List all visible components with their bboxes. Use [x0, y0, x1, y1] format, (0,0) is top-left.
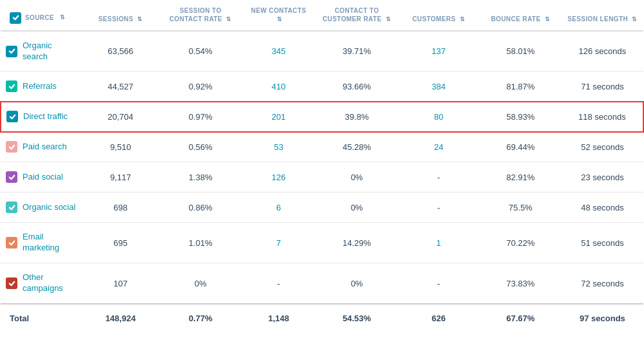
- bounce-rate-sort-icon[interactable]: ⇅: [545, 16, 550, 24]
- bounce-rate-value: 69.44%: [480, 132, 562, 162]
- table-header-row: SOURCE ⇅ SESSIONS ⇅ SESSION TO CONTACT R…: [1, 0, 643, 31]
- analytics-table: SOURCE ⇅ SESSIONS ⇅ SESSION TO CONTACT R…: [0, 0, 644, 332]
- new-contacts-value[interactable]: 410: [242, 71, 316, 102]
- session-contact-rate-value: 0%: [160, 263, 242, 304]
- header-customers[interactable]: CUSTOMERS ⇅: [398, 0, 480, 31]
- session-length-value: 118 seconds: [562, 102, 643, 132]
- header-sessions[interactable]: SESSIONS ⇅: [81, 0, 159, 31]
- sessions-value: 107: [81, 263, 159, 304]
- customers-value[interactable]: 80: [398, 102, 480, 132]
- customers-value[interactable]: 1: [398, 223, 480, 263]
- customers-value: -: [398, 162, 480, 192]
- customers-link[interactable]: 1: [437, 238, 441, 248]
- source-cell: Organic social: [1, 192, 81, 223]
- sessions-value: 63,566: [81, 31, 159, 71]
- customers-link[interactable]: 384: [431, 82, 446, 91]
- new-contacts-value[interactable]: 126: [242, 162, 316, 192]
- source-sort-icon[interactable]: ⇅: [60, 14, 65, 22]
- header-contact-customer-rate[interactable]: CONTACT TO CUSTOMER RATE ⇅: [316, 0, 397, 31]
- session-contact-rate-value: 0.54%: [160, 31, 242, 71]
- new-contacts-value[interactable]: 7: [242, 223, 316, 263]
- source-cell: Paid social: [1, 162, 81, 192]
- source-name[interactable]: Referrals: [23, 81, 57, 92]
- new-contacts-link[interactable]: 126: [272, 173, 286, 182]
- session-length-value: 72 seconds: [562, 263, 643, 304]
- new-contacts-value[interactable]: 201: [242, 102, 316, 132]
- new-contacts-link[interactable]: 345: [272, 46, 286, 56]
- session-contact-sort-icon[interactable]: ⇅: [226, 16, 231, 24]
- footer-sessions: 148,924: [81, 304, 159, 332]
- header-session-length[interactable]: SESSION LENGTH ⇅: [562, 0, 643, 31]
- session-length-sort-icon[interactable]: ⇅: [632, 16, 637, 24]
- source-name[interactable]: Direct traffic: [23, 111, 68, 122]
- sessions-value: 20,704: [81, 102, 159, 132]
- source-name[interactable]: Organic search: [23, 41, 76, 62]
- contact-customer-rate-value: 39.71%: [316, 31, 397, 71]
- row-checkbox[interactable]: [6, 46, 17, 57]
- customers-value[interactable]: 384: [398, 71, 480, 102]
- customers-link[interactable]: 80: [434, 112, 443, 122]
- table-row: Email marketing6951.01%714.29%170.22%51 …: [1, 223, 643, 263]
- header-checkbox[interactable]: [10, 12, 21, 24]
- footer-bounce-rate: 67.67%: [480, 304, 562, 332]
- source-cell: Organic search: [1, 31, 81, 71]
- source-cell: Direct traffic: [1, 102, 81, 132]
- bounce-rate-value: 73.83%: [480, 263, 562, 304]
- customers-value: -: [398, 263, 480, 304]
- header-source-label: SOURCE: [25, 14, 54, 22]
- source-name[interactable]: Paid search: [23, 142, 67, 153]
- session-length-value: 71 seconds: [562, 71, 643, 102]
- new-contacts-value[interactable]: 6: [242, 192, 316, 223]
- contact-customer-rate-value: 45.28%: [316, 132, 397, 162]
- new-contacts-link[interactable]: 6: [276, 203, 281, 212]
- new-contacts-link[interactable]: 201: [272, 112, 286, 122]
- bounce-rate-value: 58.01%: [480, 31, 562, 71]
- customers-link[interactable]: 24: [434, 142, 443, 152]
- session-contact-rate-value: 0.97%: [160, 102, 242, 132]
- header-session-contact-rate[interactable]: SESSION TO CONTACT RATE ⇅: [160, 0, 242, 31]
- new-contacts-sort-icon[interactable]: ⇅: [277, 16, 282, 24]
- source-name[interactable]: Paid social: [23, 172, 63, 183]
- session-contact-rate-value: 0.86%: [160, 192, 242, 223]
- row-checkbox[interactable]: [6, 111, 18, 122]
- source-name[interactable]: Email marketing: [23, 232, 76, 254]
- customers-value[interactable]: 137: [398, 31, 480, 71]
- row-checkbox[interactable]: [6, 277, 17, 289]
- session-contact-rate-value: 1.01%: [160, 223, 242, 263]
- new-contacts-value[interactable]: 345: [242, 31, 316, 71]
- row-checkbox[interactable]: [6, 171, 17, 183]
- footer-session-contact-rate: 0.77%: [160, 304, 242, 332]
- source-name[interactable]: Organic social: [23, 202, 75, 213]
- customers-sort-icon[interactable]: ⇅: [460, 16, 465, 24]
- sessions-sort-icon[interactable]: ⇅: [137, 16, 142, 24]
- row-checkbox[interactable]: [6, 141, 17, 153]
- contact-customer-sort-icon[interactable]: ⇅: [386, 16, 391, 24]
- sessions-value: 698: [81, 192, 159, 223]
- contact-customer-rate-value: 0%: [316, 192, 397, 223]
- session-contact-rate-value: 0.56%: [160, 132, 242, 162]
- footer-new-contacts: 1,148: [242, 304, 316, 332]
- contact-customer-rate-value: 93.66%: [316, 71, 397, 102]
- table-row: Direct traffic20,7040.97%20139.8%8058.93…: [1, 102, 643, 132]
- sessions-value: 9,117: [81, 162, 159, 192]
- new-contacts-link[interactable]: 53: [274, 142, 283, 152]
- bounce-rate-value: 82.91%: [480, 162, 562, 192]
- customers-link[interactable]: 137: [431, 46, 446, 56]
- customers-value[interactable]: 24: [398, 132, 480, 162]
- session-contact-rate-value: 0.92%: [160, 71, 242, 102]
- new-contacts-value[interactable]: 53: [242, 132, 316, 162]
- header-bounce-rate[interactable]: BOUNCE RATE ⇅: [480, 0, 562, 31]
- header-new-contacts[interactable]: NEW CONTACTS ⇅: [242, 0, 316, 31]
- source-cell: Other campaigns: [1, 263, 81, 304]
- row-checkbox[interactable]: [6, 237, 17, 249]
- table-row: Organic social6980.86%60%-75.5%48 second…: [1, 192, 643, 223]
- footer-session-length: 97 seconds: [562, 304, 643, 332]
- source-name[interactable]: Other campaigns: [23, 272, 76, 294]
- new-contacts-link[interactable]: 7: [276, 238, 281, 248]
- new-contacts-link[interactable]: 410: [272, 82, 286, 91]
- bounce-rate-value: 70.22%: [480, 223, 562, 263]
- header-checkbox-col: SOURCE ⇅: [1, 0, 81, 31]
- session-contact-rate-value: 1.38%: [160, 162, 242, 192]
- row-checkbox[interactable]: [6, 80, 17, 92]
- row-checkbox[interactable]: [6, 202, 17, 213]
